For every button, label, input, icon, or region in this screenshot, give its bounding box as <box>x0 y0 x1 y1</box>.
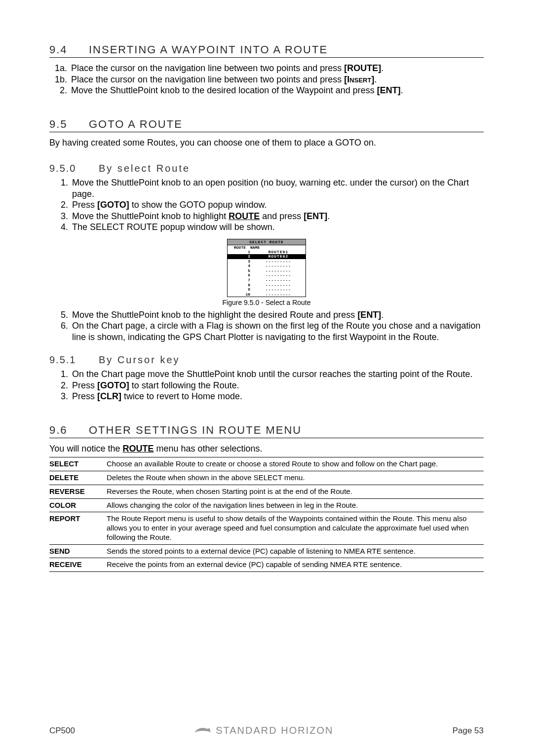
list-item: 2.Press [GOTO] to start following the Ro… <box>54 380 484 391</box>
list-item: 6.On the Chart page, a circle with a Fla… <box>54 320 484 342</box>
section-title: GOTO A ROUTE <box>89 118 183 131</box>
table-row: RECEIVEReceive the points from an extern… <box>49 558 484 572</box>
key-label: [CLR] <box>97 391 121 401</box>
route-name: ROUTE02 <box>253 254 304 259</box>
setting-description: Allows changing the color of the navigat… <box>107 498 484 512</box>
table-row: COLORAllows changing the color of the na… <box>49 498 484 512</box>
popup-header-row: ROUTE NAME <box>228 245 305 250</box>
setting-name: REVERSE <box>49 485 107 498</box>
svg-point-0 <box>207 728 210 731</box>
intro-text: You will notice the <box>49 444 122 454</box>
swoosh-icon <box>194 725 212 736</box>
popup-row: 7--------- <box>228 278 305 283</box>
footer-page-number: Page 53 <box>453 726 484 736</box>
list-item: 2.Move the ShuttlePoint knob to the desi… <box>49 85 484 96</box>
list-text: Place the cursor on the navigation line … <box>71 63 383 74</box>
key-label: ROUTE <box>228 211 260 221</box>
list-item: 3.Move the ShuttlePoint knob to highligh… <box>54 211 484 222</box>
list-text: The SELECT ROUTE popup window will be sh… <box>72 222 275 233</box>
route-number: 10 <box>229 292 253 297</box>
list-marker: 5. <box>54 309 72 321</box>
route-name: --------- <box>253 292 304 297</box>
route-number: 5 <box>229 268 253 273</box>
list-item: 1.Move the ShuttlePoint knob to an open … <box>54 177 484 199</box>
table-row: REPORTThe Route Report menu is useful to… <box>49 512 484 544</box>
col-route: ROUTE <box>229 245 250 250</box>
subsection-number: 9.5.0 <box>49 163 99 174</box>
popup-row: 5--------- <box>228 268 305 273</box>
list-item: 5.Move the ShuttlePoint knob to the high… <box>54 309 484 321</box>
subsection-title: By select Route <box>99 163 190 174</box>
manual-page: 9.4 INSERTING A WAYPOINT INTO A ROUTE 1a… <box>0 0 533 756</box>
list-text: Move the ShuttlePoint knob to an open po… <box>72 177 484 199</box>
section-9-5-heading: 9.5 GOTO A ROUTE <box>49 118 484 132</box>
setting-name: RECEIVE <box>49 558 107 572</box>
list-marker: 3. <box>54 391 72 402</box>
popup-row: 10--------- <box>228 292 305 297</box>
list-marker: 3. <box>54 211 72 222</box>
key-label: [GOTO] <box>97 380 129 390</box>
select-route-popup: SELECT ROUTE ROUTE NAME 1ROUTE012ROUTE02… <box>227 239 306 298</box>
intro-text-post: menu has other selections. <box>153 444 262 454</box>
list-marker: 4. <box>54 222 72 233</box>
section-number: 9.4 <box>49 43 89 56</box>
list-marker: 2. <box>54 380 72 391</box>
setting-description: Receive the points from an external devi… <box>107 558 484 572</box>
intro-key: ROUTE <box>122 444 153 454</box>
list-item: 3.Press [CLR] twice to revert to Home mo… <box>54 391 484 402</box>
key-label: [ROUTE] <box>344 63 381 73</box>
list-text: Press [GOTO] to start following the Rout… <box>72 380 239 391</box>
footer-model: CP500 <box>49 726 75 736</box>
section-number: 9.6 <box>49 424 89 437</box>
popup-row: 9--------- <box>228 287 305 292</box>
list-text: Move the ShuttlePoint knob to the highli… <box>72 309 383 321</box>
figure-caption: Figure 9.5.0 - Select a Route <box>49 299 484 306</box>
route-number: 7 <box>229 278 253 283</box>
setting-description: Reverses the Route, when chosen Starting… <box>107 485 484 498</box>
route-number: 2 <box>229 254 253 259</box>
subsection-9-5-1-heading: 9.5.1 By Cursor key <box>49 354 484 366</box>
brand-text: STANDARD HORIZON <box>216 725 333 736</box>
subsection-title: By Cursor key <box>99 354 180 366</box>
popup-row: 1ROUTE01 <box>228 250 305 255</box>
list-marker: 6. <box>54 320 72 342</box>
list-item: 4.The SELECT ROUTE popup window will be … <box>54 222 484 233</box>
route-number: 6 <box>229 273 253 278</box>
section-9-5-intro: By having created some Routes, you can c… <box>49 137 484 149</box>
setting-name: DELETE <box>49 471 107 485</box>
subsection-9-5-0-steps-a: 1.Move the ShuttlePoint knob to an open … <box>49 177 484 233</box>
route-name: --------- <box>253 287 304 292</box>
popup-row: 3--------- <box>228 259 305 264</box>
popup-row: 8--------- <box>228 283 305 288</box>
list-marker: 1b. <box>49 74 71 85</box>
subsection-9-5-1-steps: 1.On the Chart page move the ShuttlePoin… <box>49 369 484 402</box>
route-number: 3 <box>229 259 253 264</box>
list-marker: 1a. <box>49 63 71 74</box>
list-text: Move the ShuttlePoint knob to the desire… <box>71 85 403 96</box>
popup-title: SELECT ROUTE <box>228 239 305 245</box>
list-item: 1.On the Chart page move the ShuttlePoin… <box>54 369 484 380</box>
section-9-4-steps: 1a.Place the cursor on the navigation li… <box>49 63 484 96</box>
list-marker: 2. <box>49 85 71 96</box>
setting-name: SELECT <box>49 457 107 471</box>
list-text: Place the cursor on the navigation line … <box>71 74 377 85</box>
list-item: 2.Press [GOTO] to show the GOTO popup wi… <box>54 199 484 211</box>
list-text: On the Chart page move the ShuttlePoint … <box>72 369 473 380</box>
col-name: NAME <box>250 245 260 250</box>
table-row: DELETEDeletes the Route when shown in th… <box>49 471 484 485</box>
route-name: --------- <box>253 259 304 264</box>
route-number: 8 <box>229 283 253 288</box>
setting-name: REPORT <box>49 512 107 544</box>
list-item: 1a.Place the cursor on the navigation li… <box>49 63 484 74</box>
section-title: INSERTING A WAYPOINT INTO A ROUTE <box>89 43 328 56</box>
list-marker: 1. <box>54 177 72 199</box>
table-row: SENDSends the stored points to a externa… <box>49 544 484 558</box>
table-row: SELECTChoose an available Route to creat… <box>49 457 484 471</box>
section-title: OTHER SETTINGS IN ROUTE MENU <box>89 424 302 437</box>
key-label: [ENT] <box>377 85 401 95</box>
list-text: Move the ShuttlePoint knob to highlight … <box>72 211 330 222</box>
subsection-9-5-0-steps-b: 5.Move the ShuttlePoint knob to the high… <box>49 309 484 343</box>
section-9-6-intro: You will notice the ROUTE menu has other… <box>49 443 484 454</box>
section-9-6-heading: 9.6 OTHER SETTINGS IN ROUTE MENU <box>49 424 484 438</box>
route-number: 1 <box>229 250 253 255</box>
